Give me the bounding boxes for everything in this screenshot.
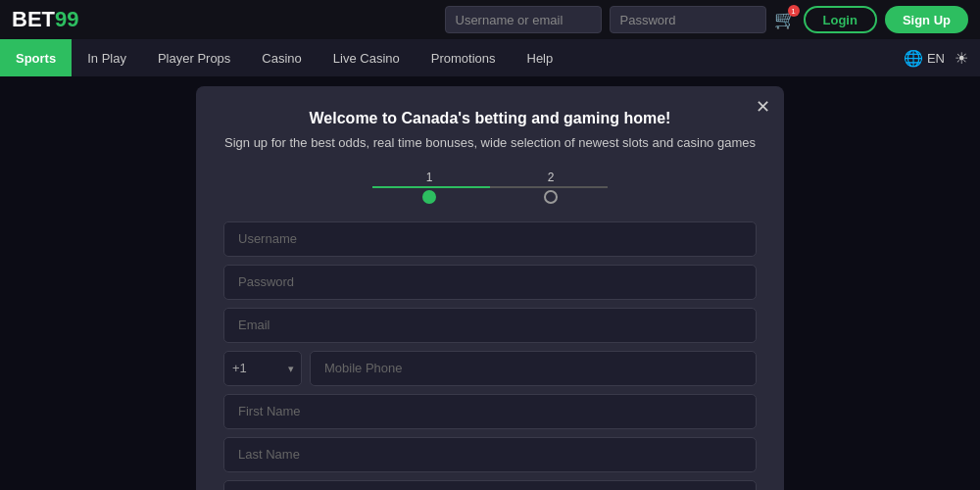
- step-group: 1 2: [422, 171, 558, 204]
- nav: Sports In Play Player Props Casino Live …: [0, 39, 980, 76]
- step-1: 1: [422, 171, 436, 204]
- lang-label: EN: [927, 51, 945, 66]
- signup-modal: ✕ Welcome to Canada's betting and gaming…: [196, 86, 784, 490]
- logo-99-text: 99: [55, 7, 78, 32]
- modal-title: Welcome to Canada's betting and gaming h…: [223, 110, 757, 127]
- theme-toggle-button[interactable]: ☀: [955, 49, 968, 68]
- regcode-field[interactable]: [223, 480, 757, 491]
- phone-input[interactable]: [310, 351, 757, 386]
- globe-icon: 🌐: [904, 49, 923, 68]
- sidebar-item-livecasino[interactable]: Live Casino: [318, 39, 416, 76]
- logo-bet-text: BET: [12, 7, 55, 32]
- modal-subtitle: Sign up for the best odds, real time bon…: [223, 133, 757, 153]
- phone-row: +1: [223, 351, 757, 386]
- step-2-label: 2: [548, 171, 555, 184]
- sidebar-item-sports[interactable]: Sports: [0, 39, 72, 76]
- step-2: 2: [544, 171, 558, 204]
- cart-badge: 1: [788, 5, 800, 17]
- header: BET 99 🛒 1 Login Sign Up: [0, 0, 980, 39]
- sidebar-item-inplay[interactable]: In Play: [72, 39, 142, 76]
- overlay: ✕ Welcome to Canada's betting and gaming…: [0, 76, 980, 490]
- sidebar-item-casino[interactable]: Casino: [246, 39, 317, 76]
- firstname-field[interactable]: [223, 394, 757, 429]
- step-1-label: 1: [426, 171, 433, 184]
- phone-code-select[interactable]: +1: [223, 351, 302, 386]
- step-2-dot: [544, 190, 558, 204]
- sidebar-item-help[interactable]: Help: [512, 39, 569, 76]
- sidebar-item-playerprops[interactable]: Player Props: [142, 39, 246, 76]
- sidebar-item-promotions[interactable]: Promotions: [416, 39, 512, 76]
- logo: BET 99: [12, 7, 78, 32]
- nav-left: Sports In Play Player Props Casino Live …: [0, 39, 568, 76]
- language-button[interactable]: 🌐 EN: [904, 49, 945, 68]
- step-indicator: 1 2: [223, 171, 757, 204]
- signup-button[interactable]: Sign Up: [885, 6, 968, 33]
- password-field[interactable]: [223, 265, 757, 300]
- cart-button[interactable]: 🛒 1: [774, 9, 796, 30]
- username-input[interactable]: [445, 6, 602, 33]
- login-button[interactable]: Login: [804, 6, 877, 33]
- phone-code-wrap: +1: [223, 351, 302, 386]
- password-input[interactable]: [610, 6, 766, 33]
- modal-close-button[interactable]: ✕: [756, 96, 770, 118]
- username-field[interactable]: [223, 221, 757, 257]
- lastname-field[interactable]: [223, 437, 757, 472]
- header-right: 🛒 1 Login Sign Up: [445, 6, 969, 33]
- nav-right: 🌐 EN ☀: [904, 49, 980, 68]
- email-field[interactable]: [223, 308, 757, 343]
- step-1-dot: [422, 190, 436, 204]
